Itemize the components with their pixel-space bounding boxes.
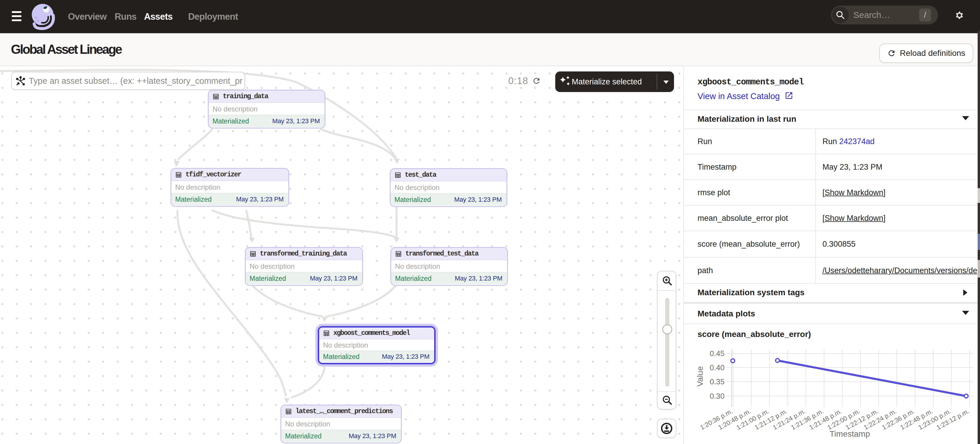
svg-text:0.45: 0.45 (710, 349, 725, 358)
svg-text:Timestamp: Timestamp (829, 429, 870, 438)
svg-text:Value: Value (695, 366, 705, 387)
svg-text:0.30: 0.30 (710, 391, 725, 401)
svg-text:0.40: 0.40 (710, 363, 725, 372)
svg-text:0.35: 0.35 (710, 377, 725, 386)
